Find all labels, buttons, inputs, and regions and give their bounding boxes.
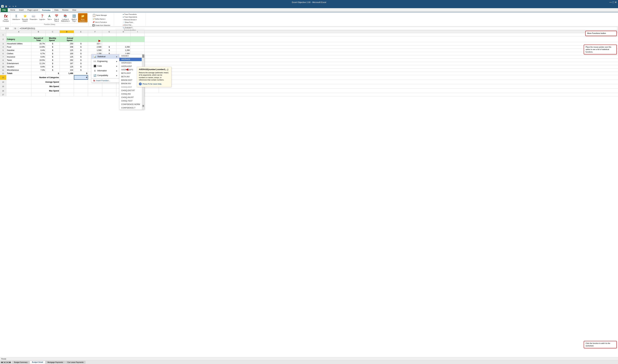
engineering-menu-item[interactable]: 101 Engineering ▶ — [91, 59, 119, 64]
cell-b13[interactable]: Number of Categories — [31, 75, 60, 80]
cell-a10[interactable]: Vacation — [6, 65, 31, 68]
cell-c1[interactable] — [46, 33, 60, 36]
cell-d3[interactable]: 250 — [60, 42, 74, 45]
cell-a17[interactable] — [6, 93, 31, 96]
cell-h5[interactable]: 1,200 — [116, 49, 131, 52]
cell-b5[interactable]: 8.4% — [31, 49, 46, 52]
cell-e11[interactable]: $ — [74, 68, 88, 72]
cell-b1[interactable] — [31, 33, 46, 36]
cell-e17[interactable] — [74, 93, 88, 96]
maximize-icon[interactable]: □ — [613, 1, 614, 4]
cell-f17[interactable] — [88, 93, 102, 96]
cell-b10[interactable]: 8.4% — [31, 65, 46, 68]
cell-d11[interactable]: 104 — [60, 68, 74, 72]
tab-formulas[interactable]: Formulas — [40, 8, 53, 12]
minimize-icon[interactable]: — — [609, 1, 612, 4]
cell-c10[interactable]: $ — [46, 65, 60, 68]
cell-b3[interactable]: 16.7% — [31, 42, 46, 45]
cell-e3[interactable]: $ — [74, 42, 88, 45]
cell-a7[interactable]: Insurance — [6, 55, 31, 58]
name-manager-button[interactable]: 📋 Name Manager — [92, 13, 107, 17]
cell-d1[interactable] — [60, 33, 74, 36]
stat-item-chisqdistrt[interactable]: CHISQ.DIST.RT — [119, 89, 142, 92]
cell-d6[interactable]: 100 — [60, 52, 74, 55]
tab-review[interactable]: Review — [60, 8, 70, 12]
cell-c3[interactable]: $ — [46, 42, 60, 45]
cell-e16[interactable] — [88, 89, 102, 93]
cell-a8[interactable]: Taxes — [6, 59, 31, 62]
cell-c7[interactable]: $ — [46, 55, 60, 58]
cell-e1[interactable] — [74, 33, 88, 36]
cell-a5[interactable]: Gasoline — [6, 49, 31, 52]
cell-d16[interactable] — [74, 89, 88, 93]
insert-function-menu-item[interactable]: fx Insert Function... — [91, 78, 119, 82]
information-menu-item[interactable]: ℹ Information ▶ — [91, 68, 119, 73]
cell-c5[interactable]: $ — [46, 49, 60, 52]
create-from-selection-button[interactable]: 🔲 Create from Selection — [92, 24, 111, 27]
cell-c6[interactable]: $ — [46, 52, 60, 55]
cell-b17[interactable] — [31, 93, 46, 96]
cell-c13[interactable] — [60, 75, 74, 80]
cell-f4[interactable]: 2,500 — [88, 45, 102, 49]
sheet-tab-mortgage-payments[interactable]: Mortgage Payments — [45, 361, 65, 364]
cell-b15[interactable]: Min Spend — [31, 84, 60, 89]
cell-h4[interactable]: 2,250 — [116, 45, 131, 49]
tab-file[interactable]: File — [1, 8, 8, 12]
cell-a9[interactable]: Entertainment — [6, 62, 31, 65]
cell-i16[interactable] — [145, 89, 159, 93]
cell-a15[interactable] — [6, 84, 31, 89]
cell-a2[interactable]: Category — [6, 37, 31, 42]
more-functions-button[interactable]: 📁 MoreFunctions ▾ — [78, 13, 87, 22]
sheet-nav-first[interactable]: ◀◀ — [1, 361, 3, 364]
cell-d15[interactable] — [74, 84, 88, 89]
cell-d10[interactable]: 125 — [60, 65, 74, 68]
cell-f5[interactable]: 1,500 — [88, 49, 102, 52]
trace-dependents-button[interactable]: ➤ Trace Dependents — [122, 16, 138, 18]
cell-a6[interactable]: Clothes — [6, 52, 31, 55]
tab-home[interactable]: Home — [8, 8, 17, 12]
cell-g3[interactable] — [102, 42, 116, 45]
cell-e15[interactable] — [88, 84, 102, 89]
recently-used-button[interactable]: ⭐ RecentlyUsed ▾ — [21, 13, 29, 22]
cell-h1[interactable] — [116, 33, 131, 36]
scroll-thumb[interactable] — [142, 54, 144, 58]
cell-b6[interactable]: 6.7% — [31, 52, 46, 55]
cell-e5[interactable]: $ — [74, 49, 88, 52]
cell-d17[interactable] — [60, 93, 74, 96]
sheet-tab-budget-summary[interactable]: Budget Summary — [12, 361, 30, 364]
cell-g2[interactable] — [102, 37, 116, 42]
use-in-formula-button[interactable]: 📌 Use in Formula ▾ — [92, 21, 107, 24]
cell-reference-box[interactable] — [1, 27, 13, 30]
cell-c4[interactable]: $ — [46, 45, 60, 49]
cell-e9[interactable]: $ — [74, 62, 88, 65]
cell-c17[interactable] — [46, 93, 60, 96]
stat-item-chisqtest[interactable]: CHISQ.TEST — [119, 99, 142, 103]
customize-qa-icon[interactable]: ▾ — [15, 5, 16, 7]
cell-a11[interactable]: Miscellaneous — [6, 68, 31, 72]
show-formulas-button[interactable]: 📄 Show Form... — [122, 21, 135, 24]
cell-a16[interactable] — [6, 89, 31, 93]
statistical-menu-item[interactable]: 📊 Statistical ▶ — [91, 54, 119, 59]
cell-f15[interactable] — [102, 84, 116, 89]
cell-d13[interactable]: 9 — [74, 75, 88, 80]
cell-e8[interactable]: $ — [74, 59, 88, 62]
cube-menu-item[interactable]: ⬛ Cube ▶ — [91, 64, 119, 68]
error-checking-button[interactable]: ⚠ Error Che... — [122, 24, 133, 26]
undo-button[interactable]: ↩ — [9, 5, 11, 8]
scroll-down-btn[interactable]: ▼ — [142, 105, 144, 107]
stat-item-averagea[interactable]: AVERAGEA — [119, 61, 142, 65]
tab-insert[interactable]: Insert — [17, 8, 26, 12]
cell-g5[interactable]: $ — [102, 49, 116, 52]
cell-d7[interactable]: 125 — [60, 55, 74, 58]
compatibility-menu-item[interactable]: 🔄 Compatibility ▶ — [91, 73, 119, 78]
cell-e7[interactable]: $ — [74, 55, 88, 58]
sheet-tab-budget-detail[interactable]: Budget Detail — [30, 361, 45, 364]
cell-h2[interactable] — [116, 37, 131, 42]
date-time-button[interactable]: 📅 Date &Time ▾ — [53, 13, 60, 22]
cell-d14[interactable] — [74, 80, 88, 84]
financial-button[interactable]: 📖 Financial ▾ — [29, 13, 38, 21]
redo-button[interactable]: ↪ — [12, 5, 14, 8]
cell-b2[interactable]: Percent of Total — [31, 37, 46, 42]
cell-e6[interactable]: $ — [74, 52, 88, 55]
cell-g17[interactable] — [102, 93, 116, 96]
